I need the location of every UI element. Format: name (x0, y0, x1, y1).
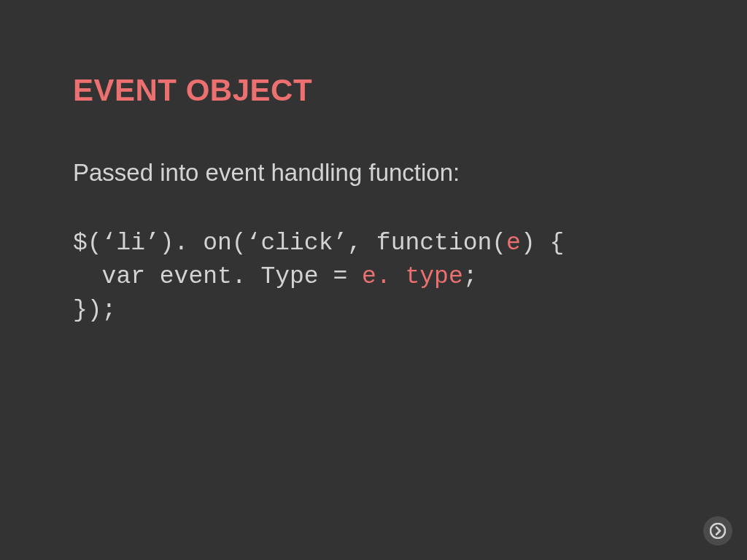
slide-subtitle: Passed into event handling function: (73, 159, 674, 187)
code-highlight-e: e (506, 230, 521, 257)
code-text: ) { (521, 230, 564, 257)
code-block: $(‘li’). on(‘click’, function(e) { var e… (73, 227, 674, 328)
slide-title: EVENT OBJECT (73, 73, 674, 108)
code-text: $(‘li’). on(‘click’, function( (73, 230, 506, 257)
code-highlight-etype: e. type (362, 263, 463, 290)
code-text: }); (73, 297, 116, 324)
next-slide-button[interactable] (703, 516, 732, 545)
svg-point-0 (711, 524, 725, 538)
code-text: var event. Type = (73, 263, 362, 290)
arrow-right-icon (710, 523, 726, 539)
code-text: ; (463, 263, 478, 290)
slide: EVENT OBJECT Passed into event handling … (0, 0, 747, 560)
